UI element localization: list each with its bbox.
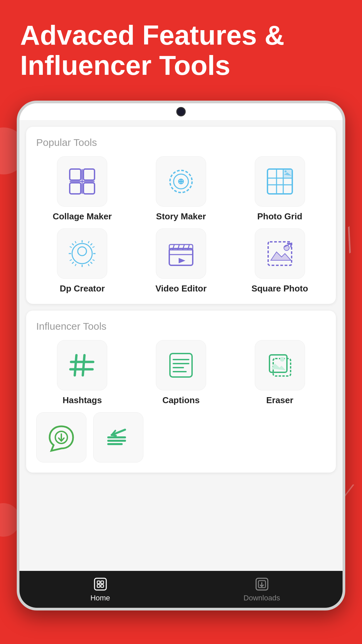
tool-whatsapp-downloader[interactable] bbox=[36, 412, 86, 463]
square-photo-label: Square Photo bbox=[251, 283, 308, 294]
repost-icon bbox=[103, 422, 133, 452]
home-nav-label: Home bbox=[90, 594, 110, 602]
photo-grid-icon bbox=[265, 166, 295, 197]
downloads-nav-icon bbox=[254, 577, 269, 592]
nav-home[interactable]: Home bbox=[19, 571, 181, 608]
svg-point-23 bbox=[78, 247, 86, 256]
tool-story-maker[interactable]: Story Maker bbox=[135, 156, 227, 222]
collage-maker-label: Collage Maker bbox=[53, 211, 112, 222]
influencer-tools-grid: Hashtags Captions bbox=[36, 340, 326, 406]
whatsapp-downloader-icon bbox=[46, 422, 76, 452]
whatsapp-downloader-icon-box bbox=[36, 412, 86, 463]
svg-point-22 bbox=[285, 170, 287, 172]
home-nav-icon bbox=[93, 577, 108, 592]
svg-line-35 bbox=[70, 247, 72, 248]
square-photo-icon-box bbox=[255, 228, 305, 279]
eraser-icon bbox=[265, 350, 295, 380]
svg-point-62 bbox=[280, 357, 285, 362]
svg-rect-41 bbox=[169, 249, 193, 265]
svg-rect-72 bbox=[97, 585, 100, 587]
square-photo-icon bbox=[265, 238, 295, 269]
svg-rect-69 bbox=[95, 578, 106, 590]
captions-label: Captions bbox=[162, 395, 199, 406]
story-maker-icon bbox=[166, 166, 196, 197]
tool-dp-creator[interactable]: Dp Creator bbox=[36, 228, 128, 294]
popular-tools-section: Popular Tools Collage Make bbox=[26, 127, 336, 304]
svg-line-36 bbox=[93, 247, 95, 248]
popular-tools-title: Popular Tools bbox=[36, 137, 326, 148]
svg-line-51 bbox=[75, 355, 76, 375]
svg-rect-70 bbox=[97, 581, 100, 584]
hashtags-label: Hashtags bbox=[63, 395, 102, 406]
tool-hashtags[interactable]: Hashtags bbox=[36, 340, 128, 406]
story-maker-label: Story Maker bbox=[156, 211, 206, 222]
svg-rect-2 bbox=[70, 183, 81, 194]
svg-line-29 bbox=[72, 244, 74, 245]
tool-video-editor[interactable]: Video Editor bbox=[135, 228, 227, 294]
svg-rect-73 bbox=[101, 585, 104, 587]
dp-creator-icon bbox=[67, 238, 97, 269]
photo-grid-label: Photo Grid bbox=[257, 211, 302, 222]
svg-line-40 bbox=[88, 264, 89, 266]
dp-creator-icon-box bbox=[57, 228, 107, 279]
influencer-tools-title: Influencer Tools bbox=[36, 321, 326, 332]
svg-rect-55 bbox=[170, 354, 192, 377]
video-editor-label: Video Editor bbox=[156, 283, 207, 294]
phone-camera bbox=[176, 107, 186, 116]
tool-captions[interactable]: Captions bbox=[135, 340, 227, 406]
svg-line-32 bbox=[72, 262, 74, 264]
eraser-icon-box bbox=[255, 340, 305, 390]
captions-icon bbox=[166, 350, 196, 380]
svg-rect-0 bbox=[70, 169, 81, 180]
phone-screen: Popular Tools Collage Make bbox=[19, 120, 343, 571]
svg-line-37 bbox=[70, 260, 72, 261]
influencer-tools-section: Influencer Tools Hashtags bbox=[26, 311, 336, 473]
video-editor-icon bbox=[166, 238, 196, 269]
dp-creator-label: Dp Creator bbox=[60, 283, 105, 294]
phone-mockup: Popular Tools Collage Make bbox=[17, 101, 345, 610]
svg-rect-71 bbox=[101, 581, 104, 584]
collage-maker-icon-box bbox=[57, 156, 107, 207]
svg-line-38 bbox=[93, 260, 95, 261]
tool-photo-grid[interactable]: Photo Grid bbox=[234, 156, 326, 222]
svg-line-39 bbox=[75, 264, 76, 266]
svg-marker-48 bbox=[179, 258, 185, 263]
influencer-tools-row2 bbox=[36, 412, 326, 463]
story-maker-icon-box bbox=[156, 156, 206, 207]
tool-repost[interactable] bbox=[93, 412, 143, 463]
tool-collage-maker[interactable]: Collage Maker bbox=[36, 156, 128, 222]
hashtags-icon-box bbox=[57, 340, 107, 390]
svg-line-31 bbox=[90, 244, 92, 245]
tool-square-photo[interactable]: Square Photo bbox=[234, 228, 326, 294]
svg-line-33 bbox=[75, 241, 76, 243]
header-title: Advaced Features & Influencer Tools bbox=[20, 20, 342, 80]
photo-grid-icon-box bbox=[255, 156, 305, 207]
svg-rect-3 bbox=[83, 183, 95, 194]
svg-line-30 bbox=[90, 262, 92, 264]
phone-notch bbox=[19, 103, 343, 120]
popular-tools-grid: Collage Maker bbox=[36, 156, 326, 294]
bottom-nav: Home Downloads bbox=[19, 571, 343, 608]
repost-icon-box bbox=[93, 412, 143, 463]
hashtags-icon bbox=[67, 350, 97, 380]
nav-downloads[interactable]: Downloads bbox=[181, 571, 343, 608]
svg-rect-1 bbox=[83, 169, 95, 180]
tool-eraser[interactable]: Eraser bbox=[234, 340, 326, 406]
collage-maker-icon bbox=[67, 166, 97, 197]
video-editor-icon-box bbox=[156, 228, 206, 279]
captions-icon-box bbox=[156, 340, 206, 390]
svg-line-34 bbox=[88, 241, 89, 243]
downloads-nav-label: Downloads bbox=[244, 594, 280, 602]
svg-line-52 bbox=[83, 355, 84, 375]
eraser-label: Eraser bbox=[266, 395, 293, 406]
